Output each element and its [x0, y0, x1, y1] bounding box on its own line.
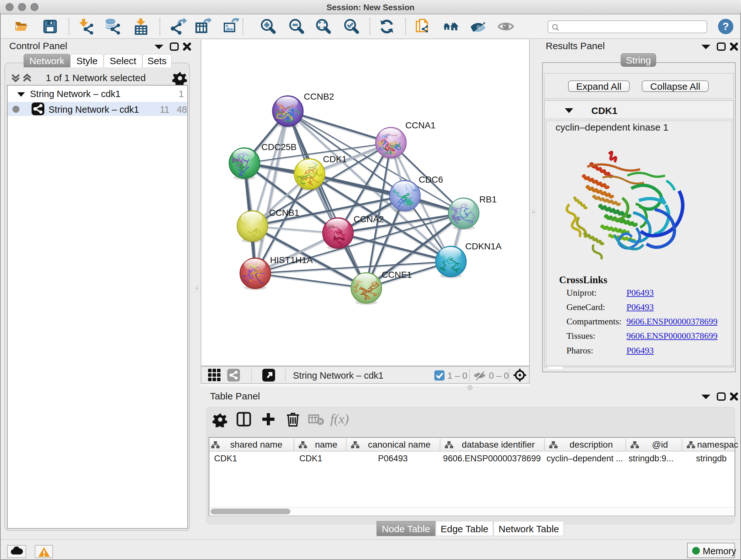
svg-text:CCNA1: CCNA1: [405, 120, 435, 130]
svg-text:CDKN1A: CDKN1A: [465, 241, 502, 251]
svg-text:CCNE1: CCNE1: [382, 270, 412, 280]
svg-text:CCNB1: CCNB1: [269, 208, 299, 218]
svg-text:CDC25B: CDC25B: [261, 142, 296, 152]
svg-text:CDK1: CDK1: [323, 154, 347, 164]
svg-text:CCNB2: CCNB2: [304, 91, 334, 102]
svg-text:CDC6: CDC6: [419, 175, 443, 185]
svg-text:CCNA2: CCNA2: [354, 214, 384, 224]
svg-text:?: ?: [723, 20, 729, 32]
svg-text:HIST1H1A: HIST1H1A: [270, 255, 313, 265]
svg-text:RB1: RB1: [479, 194, 496, 204]
